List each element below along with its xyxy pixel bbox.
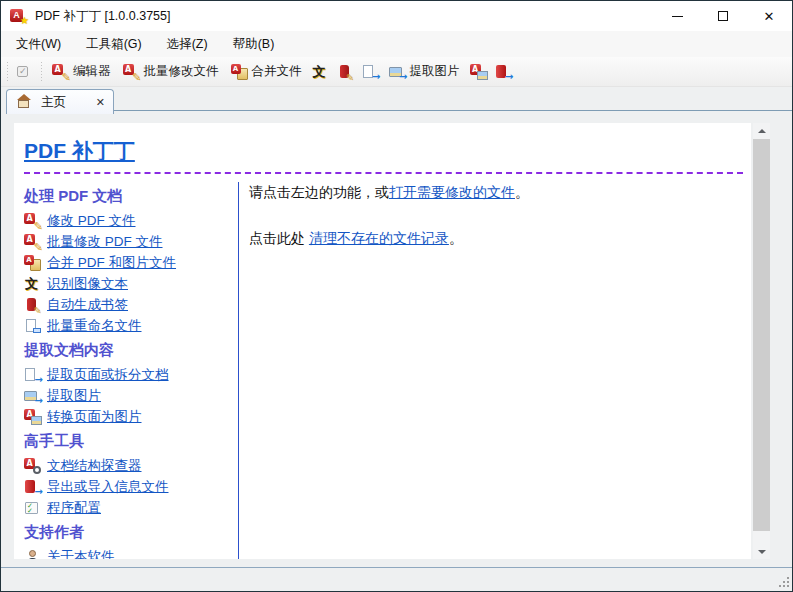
pdf-edit-icon — [24, 213, 41, 229]
feature-link-structure-inspector[interactable]: 文档结构探查器 — [47, 457, 142, 475]
home-icon — [15, 94, 32, 110]
tab-strip-divider — [114, 110, 792, 111]
hint-text: 。 — [515, 184, 529, 200]
section-heading-extract: 提取文档内容 — [24, 341, 238, 360]
window-title: PDF 补丁丁 [1.0.0.3755] — [35, 8, 170, 25]
feature-link-modify-pdf[interactable]: 修改 PDF 文件 — [47, 212, 136, 230]
scroll-up-button[interactable] — [753, 123, 770, 138]
list-item: 导出或导入信息文件 — [24, 476, 238, 497]
tab-home-label: 主页 — [41, 94, 66, 111]
scrollbar-thumb[interactable] — [753, 139, 770, 531]
bookmark-icon — [24, 297, 41, 313]
tab-close-icon[interactable]: ✕ — [96, 96, 105, 109]
hint-line-1: 请点击左边的功能，或打开需要修改的文件。 — [249, 184, 745, 202]
menu-toolbox[interactable]: 工具箱(G) — [75, 31, 153, 57]
toolbar-editor-button[interactable]: 编辑器 — [46, 60, 117, 84]
feature-link-merge[interactable]: 合并 PDF 和图片文件 — [47, 254, 176, 272]
ocr-icon — [24, 276, 41, 292]
merge-icon — [24, 255, 41, 271]
window-controls: ✕ — [654, 1, 792, 31]
list-item: 关于本软件 — [24, 546, 238, 559]
toolbar-merge-button[interactable]: 合并文件 — [225, 60, 308, 84]
toolbar-merge-label: 合并文件 — [252, 63, 302, 80]
section-heading-support: 支持作者 — [24, 523, 238, 542]
toolbar-batch-modify-label: 批量修改文件 — [144, 63, 219, 80]
maximize-button[interactable] — [700, 1, 746, 31]
hint-line-2: 点击此处 清理不存在的文件记录。 — [249, 230, 745, 248]
scroll-down-button[interactable] — [753, 544, 770, 559]
dashed-divider — [24, 172, 743, 174]
toolbar-batch-modify-button[interactable]: 批量修改文件 — [117, 60, 225, 84]
minimize-button[interactable] — [654, 1, 700, 31]
page-title-link[interactable]: PDF 补丁丁 — [24, 137, 135, 165]
feature-link-app-config[interactable]: 程序配置 — [47, 499, 101, 517]
toolbar-ocr-button[interactable] — [308, 60, 333, 84]
list-item: 修改 PDF 文件 — [24, 210, 238, 231]
maximize-icon — [718, 11, 728, 21]
menu-help[interactable]: 帮助(B) — [222, 31, 286, 57]
list-item: 批量修改 PDF 文件 — [24, 231, 238, 252]
feature-link-auto-bookmark[interactable]: 自动生成书签 — [47, 296, 128, 314]
feature-link-about[interactable]: 关于本软件 — [47, 548, 115, 560]
home-page-panel: PDF 补丁丁 处理 PDF 文档 修改 PDF 文件 批量修改 PDF 文件 … — [14, 123, 751, 559]
title-bar: PDF 补丁丁 [1.0.0.3755] ✕ — [1, 1, 792, 31]
list-item: 批量重命名文件 — [24, 315, 238, 336]
tab-strip: 主页 ✕ — [1, 87, 792, 113]
feature-link-extract-pages[interactable]: 提取页面或拆分文档 — [47, 366, 169, 384]
menu-select[interactable]: 选择(Z) — [156, 31, 219, 57]
resize-grip[interactable] — [778, 576, 790, 588]
extract-image-icon — [24, 388, 41, 404]
list-item: 自动生成书签 — [24, 294, 238, 315]
chevron-up-icon — [758, 129, 766, 133]
feature-link-page-to-image[interactable]: 转换页面为图片 — [47, 408, 142, 426]
content-area: PDF 补丁丁 处理 PDF 文档 修改 PDF 文件 批量修改 PDF 文件 … — [1, 113, 792, 567]
page-to-image-icon — [470, 64, 487, 80]
minimize-icon — [672, 16, 683, 17]
feature-link-import-export-info[interactable]: 导出或导入信息文件 — [47, 478, 169, 496]
toolbar-extract-image-button[interactable]: 提取图片 — [383, 60, 466, 84]
toolbar-grip[interactable] — [39, 62, 44, 82]
menu-file[interactable]: 文件(W) — [5, 31, 72, 57]
feature-link-extract-images[interactable]: 提取图片 — [47, 387, 101, 405]
list-item: 提取页面或拆分文档 — [24, 364, 238, 385]
list-item: 提取图片 — [24, 385, 238, 406]
feature-list: 处理 PDF 文档 修改 PDF 文件 批量修改 PDF 文件 合并 PDF 和… — [24, 182, 238, 559]
list-item: 程序配置 — [24, 497, 238, 518]
list-item: 合并 PDF 和图片文件 — [24, 252, 238, 273]
toolbar-select-tool-button[interactable] — [12, 60, 37, 84]
list-item: 文档结构探查器 — [24, 455, 238, 476]
list-item: 识别图像文本 — [24, 273, 238, 294]
toolbar-grip[interactable] — [5, 62, 10, 82]
export-info-icon — [24, 479, 41, 495]
list-item: 转换页面为图片 — [24, 406, 238, 427]
toolbar-export-info-button[interactable] — [491, 60, 516, 84]
vertical-scrollbar[interactable] — [753, 123, 770, 559]
toolbar-extract-page-button[interactable] — [358, 60, 383, 84]
app-icon — [10, 8, 27, 24]
feature-link-ocr[interactable]: 识别图像文本 — [47, 275, 128, 293]
toolbar-editor-label: 编辑器 — [73, 63, 111, 80]
section-heading-process: 处理 PDF 文档 — [24, 187, 238, 206]
menu-bar: 文件(W) 工具箱(G) 选择(Z) 帮助(B) — [1, 31, 792, 57]
pdf-batch-icon — [24, 234, 41, 250]
toolbar-bookmark-button[interactable] — [333, 60, 358, 84]
close-button[interactable]: ✕ — [746, 1, 792, 31]
rename-icon — [24, 318, 41, 334]
feature-link-batch-modify[interactable]: 批量修改 PDF 文件 — [47, 233, 163, 251]
toolbar-page-to-image-button[interactable] — [466, 60, 491, 84]
page-to-image-icon — [24, 409, 41, 425]
main-hint-area: 请点击左边的功能，或打开需要修改的文件。 点击此处 清理不存在的文件记录。 — [238, 182, 745, 559]
ocr-icon — [312, 64, 329, 80]
extract-page-icon — [362, 64, 379, 80]
feature-link-batch-rename[interactable]: 批量重命名文件 — [47, 317, 142, 335]
toolbar: 编辑器 批量修改文件 合并文件 提取图片 — [1, 57, 792, 87]
bookmark-icon — [337, 64, 354, 80]
tab-home[interactable]: 主页 ✕ — [6, 89, 114, 114]
open-file-link[interactable]: 打开需要修改的文件 — [389, 184, 515, 200]
hint-text: 。 — [449, 230, 463, 246]
hint-text: 请点击左边的功能，或 — [249, 184, 389, 200]
pdf-batch-icon — [123, 64, 140, 80]
clean-history-link[interactable]: 清理不存在的文件记录 — [309, 230, 449, 246]
checkbox-icon — [16, 64, 33, 80]
hint-text: 点击此处 — [249, 230, 309, 246]
